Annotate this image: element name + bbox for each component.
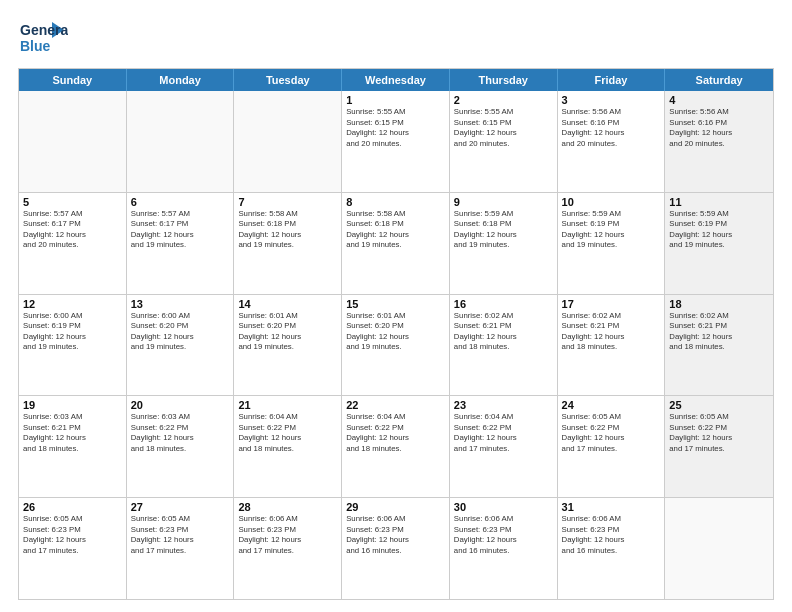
day-info: Sunrise: 5:58 AM Sunset: 6:18 PM Dayligh…	[238, 209, 337, 251]
day-info: Sunrise: 6:03 AM Sunset: 6:21 PM Dayligh…	[23, 412, 122, 454]
day-number: 8	[346, 196, 445, 208]
day-cell-4: 4Sunrise: 5:56 AM Sunset: 6:16 PM Daylig…	[665, 91, 773, 192]
header-cell-sunday: Sunday	[19, 69, 127, 91]
day-info: Sunrise: 5:55 AM Sunset: 6:15 PM Dayligh…	[346, 107, 445, 149]
day-info: Sunrise: 6:05 AM Sunset: 6:22 PM Dayligh…	[669, 412, 769, 454]
day-number: 23	[454, 399, 553, 411]
day-cell-28: 28Sunrise: 6:06 AM Sunset: 6:23 PM Dayli…	[234, 498, 342, 599]
day-cell-1: 1Sunrise: 5:55 AM Sunset: 6:15 PM Daylig…	[342, 91, 450, 192]
header-cell-tuesday: Tuesday	[234, 69, 342, 91]
logo: GeneralBlue	[18, 18, 68, 58]
day-info: Sunrise: 6:00 AM Sunset: 6:19 PM Dayligh…	[23, 311, 122, 353]
day-info: Sunrise: 6:01 AM Sunset: 6:20 PM Dayligh…	[238, 311, 337, 353]
day-number: 19	[23, 399, 122, 411]
day-number: 24	[562, 399, 661, 411]
day-number: 28	[238, 501, 337, 513]
day-cell-19: 19Sunrise: 6:03 AM Sunset: 6:21 PM Dayli…	[19, 396, 127, 497]
day-cell-2: 2Sunrise: 5:55 AM Sunset: 6:15 PM Daylig…	[450, 91, 558, 192]
day-info: Sunrise: 5:56 AM Sunset: 6:16 PM Dayligh…	[562, 107, 661, 149]
day-number: 5	[23, 196, 122, 208]
day-number: 22	[346, 399, 445, 411]
day-info: Sunrise: 6:02 AM Sunset: 6:21 PM Dayligh…	[562, 311, 661, 353]
header-cell-friday: Friday	[558, 69, 666, 91]
day-info: Sunrise: 6:00 AM Sunset: 6:20 PM Dayligh…	[131, 311, 230, 353]
day-info: Sunrise: 6:06 AM Sunset: 6:23 PM Dayligh…	[454, 514, 553, 556]
day-number: 16	[454, 298, 553, 310]
day-info: Sunrise: 5:59 AM Sunset: 6:19 PM Dayligh…	[669, 209, 769, 251]
day-cell-31: 31Sunrise: 6:06 AM Sunset: 6:23 PM Dayli…	[558, 498, 666, 599]
day-number: 25	[669, 399, 769, 411]
day-number: 30	[454, 501, 553, 513]
day-info: Sunrise: 5:57 AM Sunset: 6:17 PM Dayligh…	[23, 209, 122, 251]
day-cell-8: 8Sunrise: 5:58 AM Sunset: 6:18 PM Daylig…	[342, 193, 450, 294]
week-row-3: 12Sunrise: 6:00 AM Sunset: 6:19 PM Dayli…	[19, 295, 773, 397]
page: GeneralBlue SundayMondayTuesdayWednesday…	[0, 0, 792, 612]
day-cell-24: 24Sunrise: 6:05 AM Sunset: 6:22 PM Dayli…	[558, 396, 666, 497]
day-number: 2	[454, 94, 553, 106]
day-number: 26	[23, 501, 122, 513]
day-cell-26: 26Sunrise: 6:05 AM Sunset: 6:23 PM Dayli…	[19, 498, 127, 599]
day-cell-13: 13Sunrise: 6:00 AM Sunset: 6:20 PM Dayli…	[127, 295, 235, 396]
day-cell-9: 9Sunrise: 5:59 AM Sunset: 6:18 PM Daylig…	[450, 193, 558, 294]
calendar-header: SundayMondayTuesdayWednesdayThursdayFrid…	[19, 69, 773, 91]
day-cell-15: 15Sunrise: 6:01 AM Sunset: 6:20 PM Dayli…	[342, 295, 450, 396]
day-info: Sunrise: 5:58 AM Sunset: 6:18 PM Dayligh…	[346, 209, 445, 251]
day-info: Sunrise: 5:59 AM Sunset: 6:19 PM Dayligh…	[562, 209, 661, 251]
empty-cell	[665, 498, 773, 599]
day-cell-3: 3Sunrise: 5:56 AM Sunset: 6:16 PM Daylig…	[558, 91, 666, 192]
day-cell-7: 7Sunrise: 5:58 AM Sunset: 6:18 PM Daylig…	[234, 193, 342, 294]
day-number: 17	[562, 298, 661, 310]
header-cell-wednesday: Wednesday	[342, 69, 450, 91]
day-cell-10: 10Sunrise: 5:59 AM Sunset: 6:19 PM Dayli…	[558, 193, 666, 294]
svg-text:Blue: Blue	[20, 38, 51, 54]
day-number: 4	[669, 94, 769, 106]
day-number: 21	[238, 399, 337, 411]
day-number: 13	[131, 298, 230, 310]
day-number: 14	[238, 298, 337, 310]
day-cell-25: 25Sunrise: 6:05 AM Sunset: 6:22 PM Dayli…	[665, 396, 773, 497]
day-cell-23: 23Sunrise: 6:04 AM Sunset: 6:22 PM Dayli…	[450, 396, 558, 497]
day-number: 29	[346, 501, 445, 513]
day-info: Sunrise: 6:02 AM Sunset: 6:21 PM Dayligh…	[669, 311, 769, 353]
day-info: Sunrise: 6:06 AM Sunset: 6:23 PM Dayligh…	[346, 514, 445, 556]
day-info: Sunrise: 6:05 AM Sunset: 6:23 PM Dayligh…	[23, 514, 122, 556]
day-info: Sunrise: 6:04 AM Sunset: 6:22 PM Dayligh…	[454, 412, 553, 454]
day-info: Sunrise: 6:06 AM Sunset: 6:23 PM Dayligh…	[562, 514, 661, 556]
day-cell-29: 29Sunrise: 6:06 AM Sunset: 6:23 PM Dayli…	[342, 498, 450, 599]
day-number: 6	[131, 196, 230, 208]
week-row-4: 19Sunrise: 6:03 AM Sunset: 6:21 PM Dayli…	[19, 396, 773, 498]
week-row-2: 5Sunrise: 5:57 AM Sunset: 6:17 PM Daylig…	[19, 193, 773, 295]
day-cell-30: 30Sunrise: 6:06 AM Sunset: 6:23 PM Dayli…	[450, 498, 558, 599]
day-cell-18: 18Sunrise: 6:02 AM Sunset: 6:21 PM Dayli…	[665, 295, 773, 396]
day-number: 3	[562, 94, 661, 106]
day-number: 20	[131, 399, 230, 411]
day-number: 31	[562, 501, 661, 513]
svg-text:General: General	[20, 22, 68, 38]
day-cell-14: 14Sunrise: 6:01 AM Sunset: 6:20 PM Dayli…	[234, 295, 342, 396]
day-number: 27	[131, 501, 230, 513]
day-cell-5: 5Sunrise: 5:57 AM Sunset: 6:17 PM Daylig…	[19, 193, 127, 294]
calendar: SundayMondayTuesdayWednesdayThursdayFrid…	[18, 68, 774, 600]
day-number: 10	[562, 196, 661, 208]
day-info: Sunrise: 6:04 AM Sunset: 6:22 PM Dayligh…	[346, 412, 445, 454]
day-cell-21: 21Sunrise: 6:04 AM Sunset: 6:22 PM Dayli…	[234, 396, 342, 497]
empty-cell	[19, 91, 127, 192]
logo-svg: GeneralBlue	[18, 18, 68, 58]
header-cell-thursday: Thursday	[450, 69, 558, 91]
day-info: Sunrise: 6:05 AM Sunset: 6:22 PM Dayligh…	[562, 412, 661, 454]
day-number: 18	[669, 298, 769, 310]
day-cell-17: 17Sunrise: 6:02 AM Sunset: 6:21 PM Dayli…	[558, 295, 666, 396]
day-info: Sunrise: 6:02 AM Sunset: 6:21 PM Dayligh…	[454, 311, 553, 353]
day-cell-12: 12Sunrise: 6:00 AM Sunset: 6:19 PM Dayli…	[19, 295, 127, 396]
day-info: Sunrise: 6:01 AM Sunset: 6:20 PM Dayligh…	[346, 311, 445, 353]
header: GeneralBlue	[18, 18, 774, 58]
day-info: Sunrise: 5:55 AM Sunset: 6:15 PM Dayligh…	[454, 107, 553, 149]
day-cell-6: 6Sunrise: 5:57 AM Sunset: 6:17 PM Daylig…	[127, 193, 235, 294]
day-info: Sunrise: 6:06 AM Sunset: 6:23 PM Dayligh…	[238, 514, 337, 556]
day-info: Sunrise: 5:59 AM Sunset: 6:18 PM Dayligh…	[454, 209, 553, 251]
day-cell-22: 22Sunrise: 6:04 AM Sunset: 6:22 PM Dayli…	[342, 396, 450, 497]
empty-cell	[127, 91, 235, 192]
day-info: Sunrise: 6:05 AM Sunset: 6:23 PM Dayligh…	[131, 514, 230, 556]
day-cell-20: 20Sunrise: 6:03 AM Sunset: 6:22 PM Dayli…	[127, 396, 235, 497]
day-number: 1	[346, 94, 445, 106]
